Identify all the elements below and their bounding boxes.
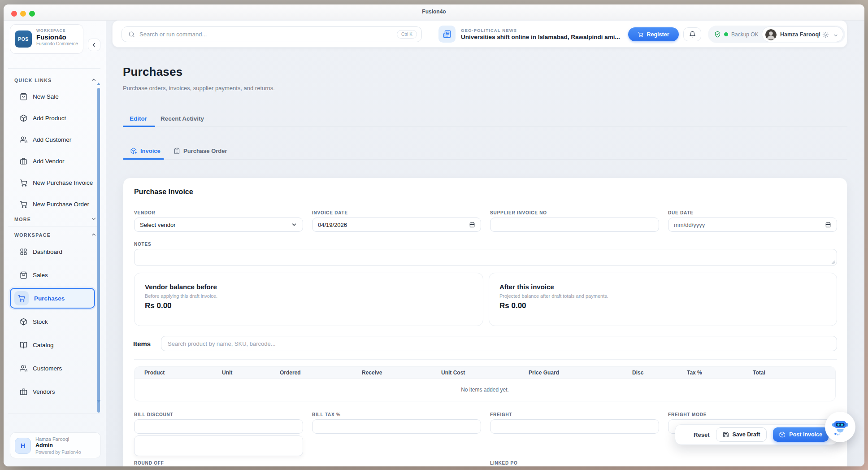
sidebar-collapse-button[interactable] [88,39,100,51]
sidebar-item-add-vendor[interactable]: Add Vendor [10,153,96,169]
invoice-date-input[interactable]: 04/19/2026 [312,218,481,232]
sidebar-item-add-product[interactable]: Add Product [10,110,96,126]
items-search-input[interactable]: Search product by name, SKU, barcode... [161,336,837,351]
shopping-bag-icon [20,93,27,100]
sidebar-item-label: Customers [33,365,62,372]
calendar-icon[interactable] [469,222,475,228]
form-action-bar: Reset Save Draft Post Invoice [675,424,838,445]
avatar: H [15,438,31,454]
chevron-left-icon [91,42,97,48]
sidebar-item-purchases[interactable]: Purchases [10,288,95,309]
form-title: Purchase Invoice [134,188,193,196]
chevron-up-icon[interactable] [91,231,97,238]
sidebar-item-sales[interactable]: Sales [10,267,96,283]
user-menu[interactable]: Hamza Farooqi [762,26,843,42]
section-workspace[interactable]: WORKSPACE [14,232,51,238]
chevron-up-icon[interactable] [91,77,97,83]
command-search[interactable]: Search or run command... Ctrl K [122,26,422,42]
news-ticker[interactable]: GEO-POLITICAL NEWS Universities shift on… [438,26,620,43]
section-quick-links[interactable]: QUICK LINKS [14,78,52,83]
column-header-receive: Receive [362,370,382,376]
page-subtitle: Purchase orders, invoices, supplier paym… [123,85,275,91]
sidebar-item-customers[interactable]: Customers [10,360,96,376]
sidebar-item-label: New Sale [33,93,59,100]
chatbot-button[interactable] [825,412,855,442]
sidebar-item-label: Add Product [33,115,66,122]
invoice-date-value: 04/19/2026 [318,222,469,228]
freight-label: FREIGHT [490,412,512,417]
sidebar-item-stock[interactable]: Stock [10,313,96,330]
sidebar-item-vendors[interactable]: Vendors [10,383,96,400]
bill-discount-input[interactable] [134,419,303,434]
page-title: Purchases [123,65,182,79]
sidebar-item-new-sale[interactable]: New Sale [10,88,96,104]
newspaper-icon-chip [438,26,456,43]
linked-po-label: LINKED PO [490,461,518,466]
layout-grid-icon [20,248,27,256]
sidebar-item-dashboard[interactable]: Dashboard [10,244,96,260]
due-date-placeholder: mm/dd/yyyy [674,222,825,228]
bill-discount-label: BILL DISCOUNT [134,412,173,417]
calendar-icon[interactable] [825,222,831,228]
post-invoice-label: Post Invoice [789,431,822,438]
subtab-purchase-order[interactable]: Purchase Order [174,148,227,154]
bill-tax-input[interactable] [312,419,481,434]
invoice-date-label: INVOICE DATE [312,210,348,215]
keyboard-shortcut-badge: Ctrl K [397,30,417,39]
save-draft-button[interactable]: Save Draft [716,427,767,442]
save-draft-label: Save Draft [733,431,760,438]
sidebar-item-label: Stock [33,318,48,325]
workspace-card[interactable]: POS Workspace Fusion4o Fusion4o Commerce [10,24,83,54]
users-icon [20,365,27,372]
search-input[interactable]: Search or run command... [139,31,392,38]
sidebar-item-new-purchase-invoice[interactable]: New Purchase Invoice [10,174,96,191]
chevron-down-icon[interactable] [91,216,97,222]
window-title: Fusion4o [4,9,864,15]
sidebar-scroll-down-arrow[interactable] [97,400,100,403]
form-divider [134,203,837,203]
sidebar-item-label: New Purchase Invoice [33,179,93,186]
notifications-button[interactable] [683,27,701,41]
sidebar-item-label: Dashboard [33,248,62,255]
search-icon [128,31,135,38]
post-invoice-button[interactable]: Post Invoice [773,427,829,442]
package-plus-icon [779,431,786,438]
chevron-down-icon[interactable] [833,33,838,38]
sidebar-item-catalog[interactable]: Catalog [10,337,96,353]
register-button[interactable]: Register [628,27,679,41]
resize-grip[interactable] [831,260,835,264]
column-header-unit-cost: Unit Cost [441,370,465,376]
gear-icon[interactable] [822,31,829,38]
sidebar-scrollbar[interactable] [97,88,100,413]
newspaper-icon [443,30,451,38]
package-plus-icon [130,148,137,154]
shopping-cart-icon [638,31,643,37]
reset-button[interactable]: Reset [694,431,709,438]
sidebar-item-new-purchase-order[interactable]: New Purchase Order [10,196,96,212]
vendor-select[interactable]: Select vendor [134,218,303,232]
sidebar-item-label: Add Vendor [33,158,65,165]
tab-editor[interactable]: Editor [130,115,147,122]
register-label: Register [647,31,669,38]
shopping-cart-icon [20,179,27,187]
sidebar-user-card[interactable]: H Hamza Farooqi Admin Powered by Fusion4… [10,432,101,458]
column-header-product: Product [144,370,165,376]
sidebar-item-label: Catalog [33,342,54,348]
app-window: Fusion4o POS Workspace Fusion4o Fusion4o… [4,4,864,466]
sidebar-divider [8,226,100,226]
items-divider [134,359,837,360]
shield-check-icon [714,31,721,38]
briefcase-icon [20,388,27,396]
sidebar-divider [8,413,100,414]
sidebar-item-add-customer[interactable]: Add Customer [10,131,96,148]
tab-recent-activity[interactable]: Recent Activity [161,115,204,122]
freight-input[interactable] [490,419,659,434]
sidebar-item-label: Vendors [33,388,55,395]
section-more[interactable]: MORE [14,217,31,222]
notes-textarea[interactable] [134,249,837,266]
workspace-name: Fusion4o [36,33,66,41]
supplier-invoice-no-input[interactable] [490,218,659,232]
sidebar-scroll-up-arrow[interactable] [97,83,100,85]
due-date-input[interactable]: mm/dd/yyyy [668,218,837,232]
subtab-invoice[interactable]: Invoice [130,148,161,154]
